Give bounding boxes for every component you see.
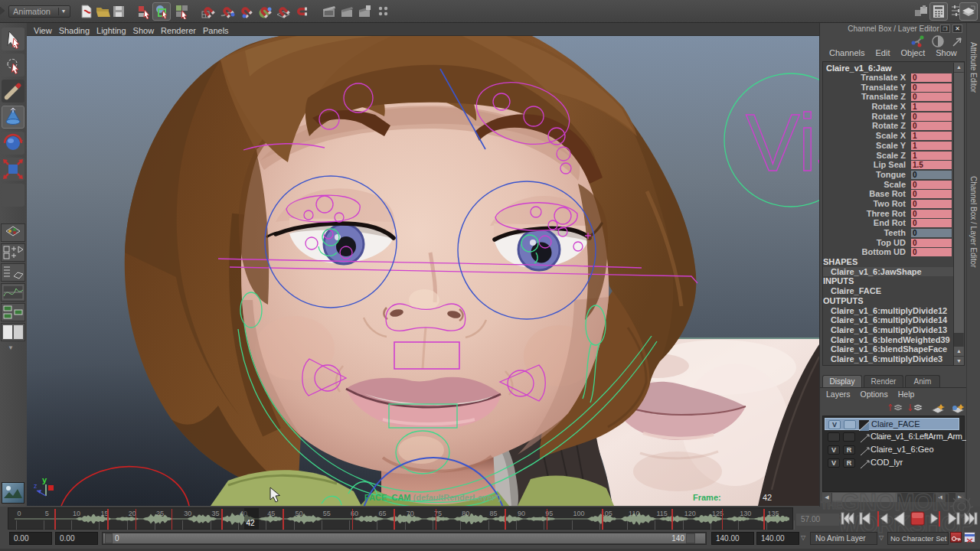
svg-text:Vis: Vis (746, 97, 819, 187)
svg-text:y: y (42, 475, 47, 484)
svg-text:Frame:: Frame: (693, 493, 721, 502)
svg-text:z: z (34, 482, 38, 490)
svg-text:FACE_CAM (defaultRenderLayer*): FACE_CAM (defaultRenderLayer*) (364, 493, 501, 502)
svg-text:42: 42 (763, 493, 772, 502)
